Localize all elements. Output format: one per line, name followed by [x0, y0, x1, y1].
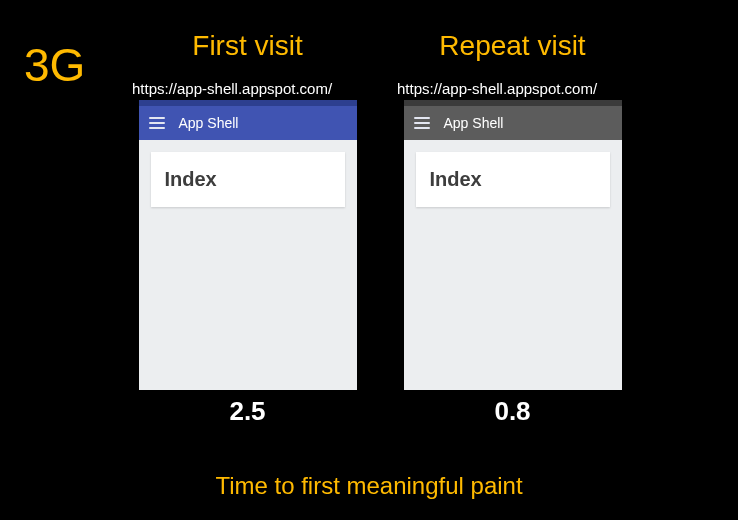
hamburger-icon[interactable]	[414, 117, 430, 129]
repeat-visit-screenshot: App Shell Index	[404, 100, 622, 390]
first-visit-url: https://app-shell.appspot.com/	[130, 80, 365, 97]
repeat-visit-url: https://app-shell.appspot.com/	[395, 80, 630, 97]
hamburger-icon[interactable]	[149, 117, 165, 129]
app-content: Index	[139, 140, 357, 390]
app-toolbar: App Shell	[139, 106, 357, 140]
comparison-columns: First visit https://app-shell.appspot.co…	[130, 30, 630, 427]
app-content: Index	[404, 140, 622, 390]
toolbar-title: App Shell	[444, 115, 504, 131]
card-title: Index	[430, 168, 596, 191]
repeat-visit-column: Repeat visit https://app-shell.appspot.c…	[395, 30, 630, 427]
first-visit-column: First visit https://app-shell.appspot.co…	[130, 30, 365, 427]
repeat-visit-heading: Repeat visit	[439, 30, 585, 62]
app-toolbar: App Shell	[404, 106, 622, 140]
content-card: Index	[151, 152, 345, 207]
metric-caption: Time to first meaningful paint	[0, 472, 738, 500]
content-card: Index	[416, 152, 610, 207]
first-visit-screenshot: App Shell Index	[139, 100, 357, 390]
first-visit-timing: 2.5	[229, 396, 265, 427]
card-title: Index	[165, 168, 331, 191]
repeat-visit-timing: 0.8	[494, 396, 530, 427]
first-visit-heading: First visit	[192, 30, 302, 62]
network-type-label: 3G	[24, 38, 85, 92]
toolbar-title: App Shell	[179, 115, 239, 131]
